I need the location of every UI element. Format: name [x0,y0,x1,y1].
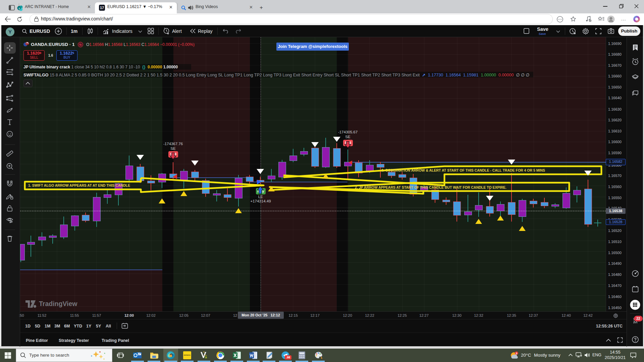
svg-text:5: 5 [205,356,207,359]
svg-text:5: 5 [516,352,518,355]
svg-text:s: s [18,7,20,10]
